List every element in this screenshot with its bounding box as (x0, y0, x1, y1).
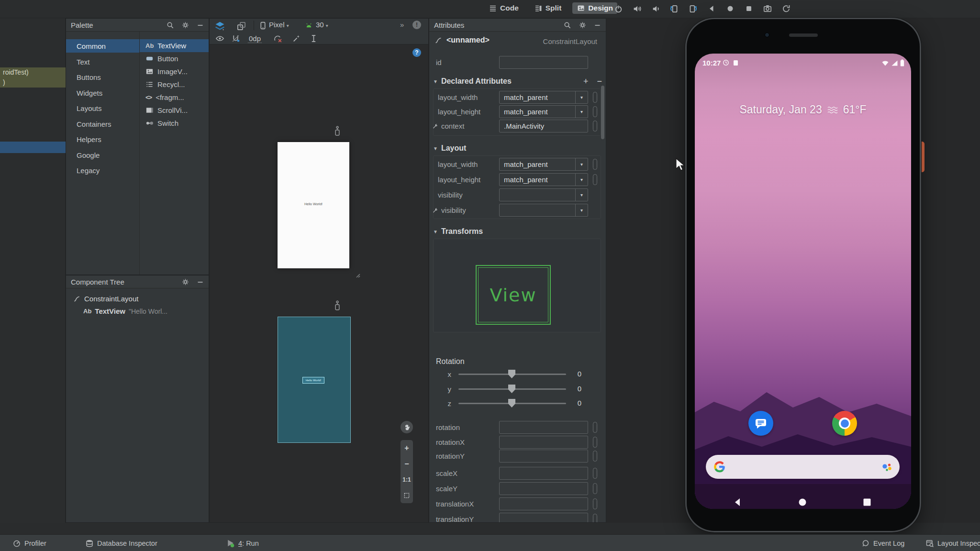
tab-code[interactable]: Code (484, 2, 523, 14)
layout-section[interactable]: ▼ Layout (433, 142, 602, 154)
palette-item-recyclerview[interactable]: Recycl... (140, 78, 209, 91)
rotation-x-slider[interactable] (458, 374, 566, 375)
minimize-icon[interactable] (197, 22, 204, 29)
run-button[interactable]: 4: Run (226, 535, 259, 551)
palette-item-switch[interactable]: Switch (140, 117, 209, 130)
issues-badge[interactable]: ! (412, 21, 421, 29)
palette-item-imageview[interactable]: ImageV... (140, 65, 209, 78)
google-assistant-icon[interactable] (881, 461, 892, 473)
layout-width-dropdown[interactable]: match_parent▾ (499, 158, 588, 171)
attr-flag-toggle[interactable] (593, 451, 597, 462)
rotate-right-button[interactable] (687, 3, 699, 14)
google-search-bar[interactable] (706, 455, 900, 479)
zoom-in-button[interactable]: + (401, 440, 413, 456)
tree-node-constraintlayout[interactable]: ConstraintLayout (73, 295, 138, 303)
slider-thumb[interactable] (508, 370, 515, 378)
snapshots-button[interactable] (780, 3, 792, 14)
rotationy-input[interactable] (499, 450, 588, 463)
palette-category-common[interactable]: Common (66, 39, 139, 53)
transform-view-preview[interactable]: View (476, 265, 551, 325)
palette-category-buttons[interactable]: Buttons (66, 70, 139, 84)
palette-item-textview[interactable]: Ab TextView (140, 39, 209, 52)
resize-handle-icon[interactable] (352, 269, 360, 278)
zoom-out-button[interactable]: − (401, 456, 413, 472)
pan-tool-button[interactable] (401, 421, 413, 433)
scalex-input[interactable] (499, 467, 588, 480)
api-selector[interactable]: 30 ▾ (316, 21, 328, 29)
layout-height-dropdown[interactable]: match_parent▾ (499, 105, 588, 118)
rotate-left-button[interactable] (668, 3, 680, 14)
layout-inspector-button[interactable]: Layout Inspec (925, 535, 980, 551)
context-input[interactable]: .MainActivity (499, 120, 588, 132)
power-button[interactable] (612, 3, 624, 14)
home-button[interactable] (724, 3, 736, 14)
toolbar-overflow-chevron[interactable]: » (400, 21, 404, 29)
attr-flag-toggle[interactable] (593, 159, 597, 170)
gear-icon[interactable] (181, 21, 189, 29)
database-inspector-button[interactable]: Database Inspector (85, 535, 157, 551)
search-icon[interactable] (166, 21, 174, 29)
attr-flag-toggle[interactable] (593, 468, 597, 479)
chrome-app-icon[interactable] (832, 411, 857, 436)
nav-back-button[interactable] (733, 497, 743, 507)
blueprint-preview[interactable]: Hello World! (278, 317, 351, 443)
volume-down-button[interactable] (650, 3, 661, 14)
attr-flag-toggle[interactable] (593, 437, 597, 448)
transforms-section[interactable]: ▼ Transforms (433, 225, 602, 238)
help-badge[interactable]: ? (412, 48, 421, 57)
layout-height-dropdown[interactable]: match_parent▾ (499, 173, 588, 186)
rotation-z-slider[interactable] (458, 403, 566, 404)
translationy-input[interactable] (499, 513, 588, 523)
volume-up-button[interactable] (631, 3, 643, 14)
scaley-input[interactable] (499, 482, 588, 495)
autoconnect-off-icon[interactable] (231, 34, 240, 43)
search-icon[interactable] (563, 21, 571, 29)
project-tree-item[interactable]: roidTest) (0, 67, 66, 77)
palette-category-helpers[interactable]: Helpers (66, 132, 139, 146)
remove-attribute-icon[interactable]: − (597, 77, 602, 87)
attr-flag-toggle[interactable] (593, 106, 597, 117)
visibility-dropdown[interactable]: ▾ (499, 188, 588, 201)
slider-thumb[interactable] (508, 399, 515, 408)
attr-flag-toggle[interactable] (593, 422, 597, 433)
palette-category-google[interactable]: Google (66, 148, 139, 162)
nav-overview-button[interactable] (862, 497, 872, 507)
chevron-down-icon[interactable]: ▾ (575, 204, 588, 216)
attr-flag-toggle[interactable] (593, 483, 597, 494)
zoom-reset-button[interactable]: 1:1 (401, 472, 413, 487)
infer-constraints-icon[interactable] (292, 34, 301, 43)
chevron-down-icon[interactable]: ▾ (575, 174, 588, 186)
attr-flag-toggle[interactable] (593, 174, 597, 185)
declared-attributes-section[interactable]: ▼ Declared Attributes + − (433, 75, 602, 88)
id-input[interactable] (499, 56, 588, 69)
tree-node-textview[interactable]: Ab TextView "Hello Worl... (83, 307, 167, 315)
gear-icon[interactable] (181, 278, 189, 286)
profiler-button[interactable]: Profiler (12, 535, 46, 551)
view-options-icon[interactable] (215, 34, 224, 43)
palette-item-button[interactable]: Button (140, 52, 209, 65)
palette-item-fragment[interactable]: <> <fragm... (140, 91, 209, 104)
minimize-icon[interactable] (197, 278, 204, 286)
translationx-input[interactable] (499, 497, 588, 510)
blueprint-selected-textview[interactable]: Hello World! (302, 377, 324, 384)
phone-screen[interactable]: 10:27 Saturday, Jan 23 61°F (695, 54, 911, 509)
attributes-scrollbar[interactable] (601, 86, 604, 139)
attr-flag-toggle[interactable] (593, 92, 597, 103)
chevron-down-icon[interactable]: ▾ (575, 91, 588, 103)
chevron-down-icon[interactable]: ▾ (575, 158, 588, 170)
pan-ruler-icon[interactable] (309, 34, 318, 43)
palette-category-legacy[interactable]: Legacy (66, 164, 139, 177)
tools-visibility-dropdown[interactable]: ▾ (499, 204, 588, 217)
design-preview[interactable]: Hello World! (278, 142, 349, 268)
orientation-icon[interactable] (236, 21, 246, 31)
device-selector[interactable]: Pixel ▾ (269, 21, 289, 29)
palette-category-containers[interactable]: Containers (66, 117, 139, 131)
tab-split[interactable]: Split (530, 2, 566, 14)
event-log-button[interactable]: Event Log (861, 535, 904, 551)
minimize-icon[interactable] (594, 22, 601, 29)
at-a-glance-widget[interactable]: Saturday, Jan 23 61°F (695, 103, 911, 116)
messages-app-icon[interactable] (748, 411, 773, 436)
default-margins-button[interactable]: 0dp (248, 34, 262, 43)
slider-thumb[interactable] (508, 385, 515, 393)
palette-item-scrollview[interactable]: ScrollVi... (140, 104, 209, 117)
